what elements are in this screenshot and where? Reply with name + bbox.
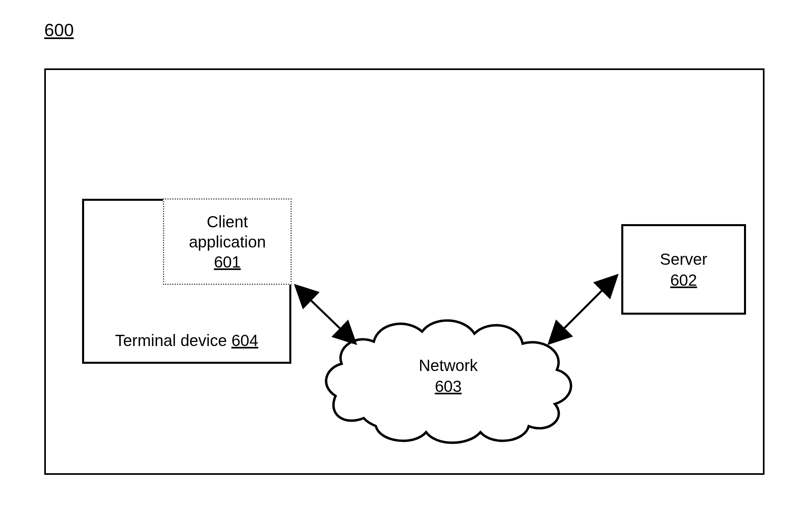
figure-number: 600: [44, 20, 74, 40]
svg-line-1: [549, 275, 617, 344]
arrow-network-server: [46, 70, 766, 476]
outer-frame: Client application 601 Terminal device 6…: [44, 68, 765, 475]
